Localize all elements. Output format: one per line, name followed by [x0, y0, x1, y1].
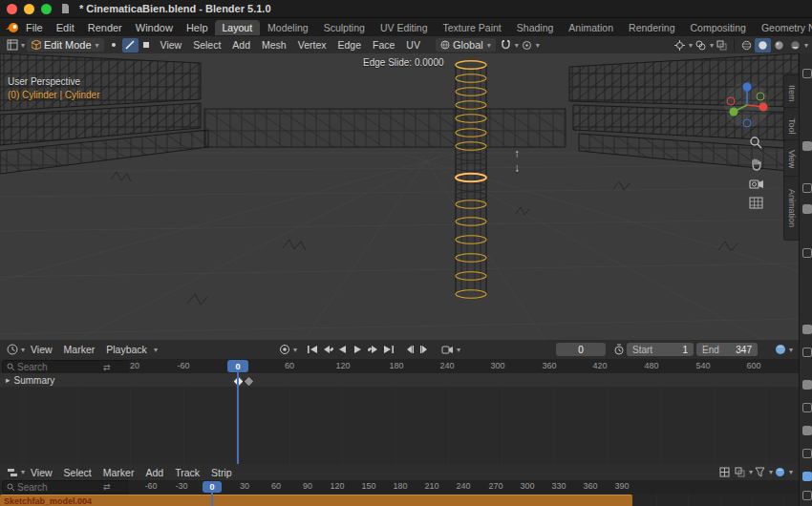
timeline-menu-marker[interactable]: Marker — [58, 343, 101, 356]
menu-mesh[interactable]: Mesh — [256, 38, 292, 52]
nla-ruler[interactable]: -60 -30 30 60 90 120 150 180 210 240 270… — [129, 480, 799, 494]
expand-arrow-icon[interactable]: ▸ — [6, 375, 11, 385]
shading-material-icon[interactable] — [771, 38, 787, 53]
chevron-down-icon[interactable]: ▾ — [21, 41, 25, 50]
menu-uv[interactable]: UV — [400, 38, 426, 52]
workspace-tab-layout[interactable]: Layout — [215, 20, 261, 35]
nla-search[interactable]: ⇄ — [2, 480, 130, 494]
sync-sphere-icon[interactable] — [773, 466, 788, 479]
sidebar-tab-animation[interactable]: Animation — [783, 176, 799, 241]
menu-add[interactable]: Add — [226, 38, 256, 52]
keying-set-globe-icon[interactable] — [773, 343, 788, 356]
workspace-tab-rendering[interactable]: Rendering — [621, 20, 682, 35]
workspace-tab-animation[interactable]: Animation — [561, 20, 621, 35]
shading-wireframe-icon[interactable] — [738, 38, 755, 53]
transform-orientation-dropdown[interactable]: Global ▾ — [436, 38, 496, 52]
nla-playhead-line[interactable] — [211, 492, 213, 506]
navigation-gizmo[interactable] — [721, 78, 773, 132]
jump-to-end-button[interactable] — [381, 343, 396, 356]
side-tab-icon[interactable] — [802, 69, 812, 78]
filter-funnel-icon[interactable] — [753, 466, 768, 479]
zoom-window-button[interactable] — [41, 4, 52, 14]
use-preview-range-icon[interactable] — [611, 343, 627, 356]
menu-view[interactable]: View — [155, 38, 188, 52]
timeline-menu-playback[interactable]: Playback — [100, 343, 153, 356]
workspace-tab-geometry-nodes[interactable]: Geometry Nodes — [754, 20, 812, 35]
side-tab-icon[interactable] — [802, 204, 812, 214]
play-button[interactable] — [351, 343, 366, 356]
current-frame-field[interactable]: 0 — [556, 343, 606, 356]
workspace-tab-modeling[interactable]: Modeling — [260, 20, 316, 35]
editor-type-timeline-icon[interactable] — [4, 343, 20, 357]
3d-viewport[interactable]: Edge Slide: 0.0000 User Perspective (0) … — [0, 53, 799, 340]
step-forward-button[interactable] — [417, 343, 433, 356]
playback-sync-camera-icon[interactable] — [440, 343, 456, 356]
minimize-window-button[interactable] — [24, 4, 34, 14]
shading-solid-icon[interactable] — [755, 38, 771, 53]
sidebar-tab-view[interactable]: View — [783, 139, 799, 179]
nla-menu-strip[interactable]: Strip — [205, 466, 238, 479]
menu-edit[interactable]: Edit — [50, 20, 81, 35]
xray-toggle-icon[interactable] — [714, 38, 730, 53]
face-select-button[interactable] — [139, 38, 155, 53]
camera-view-icon[interactable] — [749, 178, 764, 190]
timeline-menu-view[interactable]: View — [25, 343, 58, 356]
jump-to-start-button[interactable] — [305, 343, 320, 356]
timeline-search-input[interactable] — [15, 361, 103, 373]
side-tab-icon[interactable] — [802, 472, 812, 481]
summary-channel-row[interactable]: ▸ Summary — [0, 373, 799, 387]
chevron-down-icon[interactable]: ▾ — [789, 346, 793, 354]
frame-end-field[interactable]: End347 — [696, 343, 758, 356]
blender-logo-icon[interactable] — [6, 22, 19, 33]
menu-vertex[interactable]: Vertex — [292, 38, 332, 52]
side-tab-icon[interactable] — [802, 449, 812, 458]
chevron-down-icon[interactable]: ▾ — [804, 41, 808, 50]
side-tab-icon[interactable] — [802, 491, 812, 500]
side-tab-icon[interactable] — [802, 348, 812, 357]
orthographic-grid-icon[interactable] — [749, 197, 763, 209]
show-overlays-icon[interactable] — [693, 38, 709, 53]
side-tab-icon[interactable] — [802, 183, 812, 193]
nla-strip[interactable]: Sketchfab_model.004 — [0, 495, 632, 506]
menu-face[interactable]: Face — [367, 38, 400, 52]
workspace-tab-sculpting[interactable]: Sculpting — [316, 20, 373, 35]
nla-playhead[interactable]: 0 — [203, 481, 222, 493]
proportional-editing-icon[interactable] — [519, 38, 535, 53]
editor-type-nla-icon[interactable] — [4, 465, 20, 479]
side-tab-icon[interactable] — [802, 141, 812, 151]
editor-type-3dview-icon[interactable] — [4, 38, 20, 53]
previous-keyframe-button[interactable] — [320, 343, 335, 356]
edge-select-button[interactable] — [122, 38, 139, 53]
timeline-playhead-line[interactable] — [237, 371, 239, 464]
menu-window[interactable]: Window — [129, 20, 180, 35]
nla-menu-marker[interactable]: Marker — [97, 466, 140, 479]
side-tab-icon[interactable] — [802, 426, 812, 435]
vertex-select-button[interactable] — [106, 38, 122, 53]
show-gizmo-icon[interactable] — [672, 38, 688, 53]
menu-render[interactable]: Render — [81, 20, 129, 35]
step-back-button[interactable] — [402, 343, 417, 356]
filter-toggle-icon[interactable]: ⇄ — [103, 482, 111, 492]
side-tab-icon[interactable] — [802, 380, 812, 390]
nla-menu-track[interactable]: Track — [169, 466, 205, 479]
timeline-playhead[interactable]: 0 — [227, 360, 248, 372]
nla-menu-add[interactable]: Add — [139, 466, 169, 479]
menu-help[interactable]: Help — [180, 20, 215, 35]
workspace-tab-uv-editing[interactable]: UV Editing — [373, 20, 436, 35]
workspace-tab-texture-paint[interactable]: Texture Paint — [436, 20, 509, 35]
side-tab-icon[interactable] — [802, 325, 812, 334]
side-tab-icon[interactable] — [802, 403, 812, 412]
menu-select[interactable]: Select — [187, 38, 226, 52]
nla-track-area[interactable]: Sketchfab_model.004 — [0, 494, 799, 506]
filter-toggle-icon[interactable]: ⇄ — [103, 363, 111, 372]
zoom-tool-icon[interactable] — [749, 136, 763, 150]
chevron-down-icon[interactable]: ▾ — [457, 346, 460, 354]
workspace-tab-shading[interactable]: Shading — [509, 20, 562, 35]
shading-rendered-icon[interactable] — [787, 38, 803, 53]
chevron-down-icon[interactable]: ▾ — [789, 468, 793, 476]
workspace-tab-compositing[interactable]: Compositing — [683, 20, 754, 35]
nla-editor[interactable]: ▾ View Select Marker Add Track Strip ▾ ▾… — [0, 464, 799, 506]
mode-dropdown[interactable]: Edit Mode ▾ — [27, 38, 104, 52]
timeline-search[interactable]: ⇄ — [2, 360, 130, 374]
play-reverse-button[interactable] — [335, 343, 351, 356]
